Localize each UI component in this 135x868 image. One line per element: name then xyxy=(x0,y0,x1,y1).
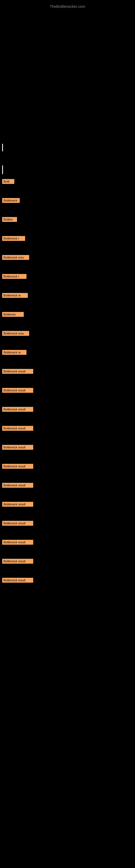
bottleneck-result-item-8[interactable]: Bottlenec xyxy=(2,312,24,317)
bottleneck-result-item-5[interactable]: Bottleneck resu xyxy=(2,255,29,260)
bottleneck-result-item-9[interactable]: Bottleneck resu xyxy=(2,331,29,336)
bottleneck-result-item-22[interactable]: Bottleneck result xyxy=(2,578,33,583)
bottleneck-result-item-15[interactable]: Bottleneck result xyxy=(2,445,33,450)
bottleneck-result-item-18[interactable]: Bottleneck result xyxy=(2,502,33,507)
bottleneck-result-item-19[interactable]: Bottleneck result xyxy=(2,521,33,526)
bottleneck-result-item-20[interactable]: Bottleneck result xyxy=(2,540,33,545)
bottleneck-result-item-14[interactable]: Bottleneck result xyxy=(2,426,33,431)
cursor-indicator-1 xyxy=(2,144,3,151)
page-container: TheBottlenecker.com BottlBottleneckBottl… xyxy=(0,0,135,868)
bottleneck-result-item-11[interactable]: Bottleneck result xyxy=(2,369,33,374)
bottleneck-result-item-3[interactable]: Bottlen xyxy=(2,217,17,222)
bottleneck-result-item-21[interactable]: Bottleneck result xyxy=(2,559,33,564)
bottleneck-result-item-16[interactable]: Bottleneck result xyxy=(2,464,33,469)
bottleneck-result-item-1[interactable]: Bottl xyxy=(2,179,14,184)
bottleneck-result-item-13[interactable]: Bottleneck result xyxy=(2,407,33,412)
bottleneck-result-item-4[interactable]: Bottleneck r xyxy=(2,236,25,241)
bottleneck-result-item-17[interactable]: Bottleneck result xyxy=(2,483,33,488)
bottleneck-list: BottlBottleneckBottlenBottleneck rBottle… xyxy=(2,179,33,597)
bottleneck-result-item-2[interactable]: Bottleneck xyxy=(2,198,20,203)
cursor-indicator-2 xyxy=(2,165,3,174)
bottleneck-result-item-12[interactable]: Bottleneck result xyxy=(2,388,33,393)
bottleneck-result-item-6[interactable]: Bottleneck r xyxy=(2,274,27,279)
bottleneck-result-item-7[interactable]: Bottleneck re xyxy=(2,293,28,298)
site-title: TheBottlenecker.com xyxy=(0,2,135,11)
bottleneck-result-item-10[interactable]: Bottleneck re xyxy=(2,350,27,355)
